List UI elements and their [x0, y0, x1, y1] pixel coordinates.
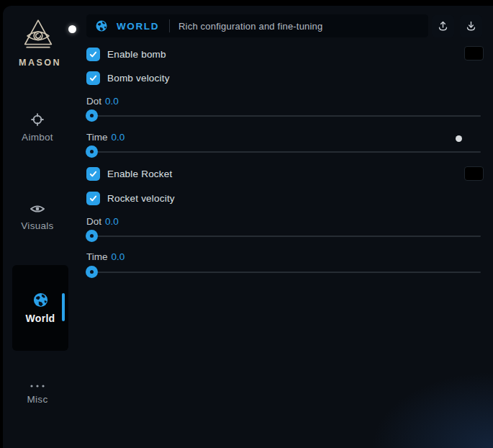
- check-icon: [89, 169, 98, 179]
- check-icon: [89, 50, 98, 59]
- enable-bomb-checkbox[interactable]: [86, 48, 100, 61]
- sidebar-item-label: Visuals: [21, 220, 53, 231]
- slider-track[interactable]: [86, 115, 481, 117]
- dot-slider-2[interactable]: [86, 230, 481, 242]
- globe-icon: [95, 19, 108, 32]
- checkbox-row-enable-bomb: Enable bomb: [86, 48, 166, 61]
- checkbox-row-enable-rocket: Enable Rocket: [86, 167, 172, 181]
- slider-track[interactable]: [86, 272, 481, 273]
- enable-rocket-checkbox[interactable]: [86, 167, 100, 181]
- bomb-velocity-checkbox[interactable]: [86, 71, 100, 85]
- slider-handle[interactable]: [86, 266, 98, 278]
- small-dot: [456, 135, 462, 142]
- upload-icon: [437, 20, 449, 32]
- sidebar-item-world[interactable]: World: [12, 265, 68, 351]
- checkbox-label: Bomb velocity: [107, 73, 170, 84]
- slider-handle[interactable]: [86, 109, 98, 122]
- slider-handle[interactable]: [86, 145, 98, 158]
- bomb-color-swatch[interactable]: [464, 46, 484, 61]
- slider-value: 0.0: [105, 96, 119, 107]
- slider-value: 0.0: [105, 216, 119, 227]
- check-icon: [89, 73, 98, 83]
- slider-value: 0.0: [112, 251, 125, 262]
- checkbox-row-rocket-velocity: Rocket velocity: [86, 192, 175, 205]
- ellipsis-icon: [7, 381, 68, 388]
- sidebar-item-aimbot[interactable]: Aimbot: [7, 112, 68, 143]
- checkbox-label: Enable Rocket: [107, 169, 172, 179]
- page-title: WORLD: [117, 21, 159, 32]
- page-header: WORLD Rich configuration and fine-tuning: [86, 14, 428, 37]
- slider-track[interactable]: [86, 236, 481, 237]
- page-subtitle: Rich configuration and fine-tuning: [178, 21, 322, 32]
- download-icon: [465, 20, 477, 32]
- upload-config-button[interactable]: [432, 15, 454, 37]
- menu-window: [3, 6, 493, 448]
- time-slider-1[interactable]: [86, 145, 481, 158]
- slider-track[interactable]: [86, 151, 481, 153]
- slider-label-time-2: Time0.0: [86, 251, 125, 262]
- slider-label-time-1: Time0.0: [86, 132, 125, 143]
- time-slider-2[interactable]: [86, 266, 481, 278]
- active-tab-indicator: [62, 293, 65, 321]
- cursor-dot: [68, 25, 76, 33]
- rocket-color-swatch[interactable]: [464, 166, 484, 181]
- globe-icon: [32, 292, 49, 308]
- slider-label-dot-2: Dot0.0: [86, 216, 119, 227]
- sidebar-item-label: World: [12, 313, 68, 324]
- sidebar-item-visuals[interactable]: Visuals: [7, 202, 68, 232]
- dot-slider-1[interactable]: [86, 109, 481, 122]
- rocket-velocity-checkbox[interactable]: [86, 192, 100, 205]
- check-icon: [89, 194, 98, 203]
- sidebar-item-misc[interactable]: Misc: [7, 381, 68, 406]
- crosshair-icon: [30, 112, 45, 127]
- eye-icon: [30, 202, 45, 215]
- checkbox-row-bomb-velocity: Bomb velocity: [86, 71, 170, 85]
- app-logo: MASON: [19, 17, 58, 68]
- download-config-button[interactable]: [460, 15, 482, 37]
- mason-eye-logo-icon: [20, 17, 56, 53]
- checkbox-label: Rocket velocity: [107, 193, 175, 204]
- sidebar-item-label: Aimbot: [22, 132, 53, 143]
- slider-value: 0.0: [112, 132, 125, 143]
- slider-handle[interactable]: [86, 230, 98, 242]
- sidebar-item-label: Misc: [27, 394, 48, 405]
- slider-label-dot-1: Dot0.0: [86, 96, 119, 107]
- app-root: MASON Aimbot Visuals World Misc: [0, 0, 493, 448]
- header-divider: [169, 19, 170, 32]
- checkbox-label: Enable bomb: [107, 49, 166, 60]
- logo-text: MASON: [19, 58, 58, 68]
